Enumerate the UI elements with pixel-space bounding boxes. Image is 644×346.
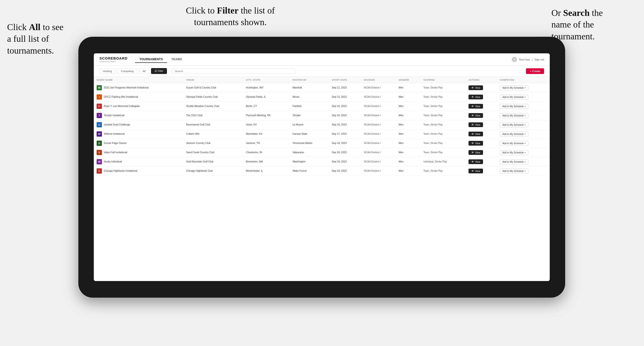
view-button[interactable]: 👁 View xyxy=(468,141,483,146)
all-tab[interactable]: All xyxy=(139,68,149,74)
cell-venue: Sand Creek Country Club xyxy=(183,148,243,157)
cell-hosted-by: Kansas State xyxy=(290,130,329,139)
cell-gender: Men xyxy=(396,102,420,111)
cell-scoring: Team, Stroke Play xyxy=(420,102,466,111)
add-to-schedule-button[interactable]: Add to My Schedule + xyxy=(500,169,528,173)
view-button[interactable]: 👁 View xyxy=(468,104,483,109)
nav-tab-teams[interactable]: TEAMS xyxy=(167,56,186,63)
cell-venue: Olympia Fields Country Club xyxy=(183,92,243,102)
view-button[interactable]: 👁 View xyxy=(468,159,483,164)
cell-competing: Add to My Schedule + xyxy=(497,167,550,176)
view-button[interactable]: 👁 View xyxy=(468,95,483,99)
cell-actions: 👁 View xyxy=(466,120,497,130)
cell-actions: 👁 View xyxy=(466,148,497,157)
cell-venue: Chicago Highlands Club xyxy=(183,167,243,176)
team-logo: I xyxy=(97,94,102,100)
nav-tabs: TOURNAMENTS TEAMS xyxy=(135,56,186,63)
eye-icon: 👁 xyxy=(471,86,474,89)
add-to-schedule-button[interactable]: Add to My Schedule + xyxy=(500,141,528,146)
filter-button[interactable]: ☰ Filter xyxy=(151,68,167,74)
add-to-schedule-button[interactable]: Add to My Schedule + xyxy=(500,104,528,109)
cell-venue: Shuttle Meadow Country Club xyxy=(183,102,243,111)
view-button[interactable]: 👁 View xyxy=(468,85,483,90)
view-button[interactable]: 👁 View xyxy=(468,132,483,136)
table-row: C Chicago Highlands Invitational Chicago… xyxy=(94,167,550,176)
search-input[interactable] xyxy=(172,68,295,74)
cell-gender: Men xyxy=(396,111,420,120)
event-name-text: Upstate Dual Challenge xyxy=(104,123,130,126)
cell-scoring: Individual, Stroke Play xyxy=(420,157,466,167)
event-name-text: Valpo Fall Invitational xyxy=(104,151,127,154)
view-button[interactable]: 👁 View xyxy=(468,169,483,173)
cell-division: NCAA Division I xyxy=(361,120,396,130)
cell-event-name: M 2023 Joe Feaganes Marshall Invitationa… xyxy=(94,83,183,92)
team-logo: T xyxy=(97,113,102,118)
cell-hosted-by: Wake Forest xyxy=(290,167,329,176)
team-logo: W xyxy=(97,131,102,137)
cell-division: NCAA Division I xyxy=(361,130,396,139)
cell-hosted-by: Fairfield xyxy=(290,102,329,111)
add-to-schedule-button[interactable]: Add to My Schedule + xyxy=(500,122,528,127)
event-name-text: Temple Invitational xyxy=(104,114,124,117)
cell-actions: 👁 View xyxy=(466,167,497,176)
cell-start-date: Sep 16, 2023 xyxy=(329,111,361,120)
sign-out-link[interactable]: Sign out xyxy=(534,58,544,61)
logo-title: SCOREBOARD xyxy=(100,56,128,60)
cell-gender: Men xyxy=(396,157,420,167)
col-city-state: CITY, STATE xyxy=(243,77,290,83)
cell-scoring: Team, Stroke Play xyxy=(420,130,466,139)
cell-venue: Colbert Hills xyxy=(183,130,243,139)
cell-division: NCAA Division I xyxy=(361,92,396,102)
cell-gender: Men xyxy=(396,139,420,148)
add-to-schedule-button[interactable]: Add to My Schedule + xyxy=(500,132,528,137)
add-to-schedule-button[interactable]: Add to My Schedule + xyxy=(500,85,528,90)
cell-competing: Add to My Schedule + xyxy=(497,130,550,139)
filter-bar: Hosting Competing All ☰ Filter + Create xyxy=(94,66,550,77)
cell-event-name: W Wildcat Invitational xyxy=(94,130,183,139)
cell-city-state: Bremerton, WA xyxy=(243,157,290,167)
event-name-text: OFCC Fighting Illini Invitational xyxy=(104,95,138,99)
cell-actions: 👁 View xyxy=(466,139,497,148)
cell-city-state: Westchester, IL xyxy=(243,167,290,176)
table-row: T Temple Invitational The 1912 Club Plym… xyxy=(94,111,550,120)
competing-tab[interactable]: Competing xyxy=(117,68,137,74)
add-to-schedule-button[interactable]: Add to My Schedule + xyxy=(500,159,528,164)
table-row: W Husky Individual Gold Mountain Golf Cl… xyxy=(94,157,550,167)
team-logo: C xyxy=(97,168,102,173)
cell-gender: Men xyxy=(396,148,420,157)
view-button[interactable]: 👁 View xyxy=(468,122,483,127)
cell-venue: Ravenwood Golf Club xyxy=(183,120,243,130)
cell-event-name: C Chicago Highlands Invitational xyxy=(94,167,183,176)
col-actions: ACTIONS xyxy=(466,77,497,83)
hosting-tab[interactable]: Hosting xyxy=(100,68,116,74)
view-button[interactable]: 👁 View xyxy=(468,113,483,118)
cell-division: NCAA Division I xyxy=(361,83,396,92)
cell-start-date: Sep 11, 2023 xyxy=(329,83,361,92)
logo-area: SCOREBOARD Powered by clipp'd xyxy=(100,56,128,63)
add-to-schedule-button[interactable]: Add to My Schedule + xyxy=(500,113,528,118)
cell-hosted-by: Tennessee-Martin xyxy=(290,139,329,148)
add-to-schedule-button[interactable]: Add to My Schedule + xyxy=(500,150,528,155)
tournaments-table-container: EVENT NAME VENUE CITY, STATE HOSTED BY S… xyxy=(94,77,550,281)
event-name-text: Wildcat Invitational xyxy=(104,132,125,136)
cell-actions: 👁 View xyxy=(466,130,497,139)
cell-actions: 👁 View xyxy=(466,92,497,102)
table-header-row: EVENT NAME VENUE CITY, STATE HOSTED BY S… xyxy=(94,77,550,83)
eye-icon: 👁 xyxy=(471,105,474,108)
cell-scoring: Team, Stroke Play xyxy=(420,83,466,92)
cell-division: NCAA Division I xyxy=(361,157,396,167)
cell-division: NCAA Division I xyxy=(361,148,396,157)
cell-competing: Add to My Schedule + xyxy=(497,83,550,92)
view-button[interactable]: 👁 View xyxy=(468,150,483,155)
create-button[interactable]: + Create xyxy=(526,68,544,74)
cell-start-date: Sep 16, 2023 xyxy=(329,102,361,111)
cell-scoring: Team, Stroke Play xyxy=(420,92,466,102)
cell-start-date: Sep 18, 2023 xyxy=(329,167,361,176)
tournaments-table: EVENT NAME VENUE CITY, STATE HOSTED BY S… xyxy=(94,77,550,176)
add-to-schedule-button[interactable]: Add to My Schedule + xyxy=(500,95,528,100)
nav-tab-tournaments[interactable]: TOURNAMENTS xyxy=(135,56,167,63)
cell-actions: 👁 View xyxy=(466,111,497,120)
table-row: F Ryan T. Lee Memorial Collegiate Shuttl… xyxy=(94,102,550,111)
cell-start-date: Sep 16, 2023 xyxy=(329,120,361,130)
tablet-screen: SCOREBOARD Powered by clipp'd TOURNAMENT… xyxy=(94,53,550,281)
